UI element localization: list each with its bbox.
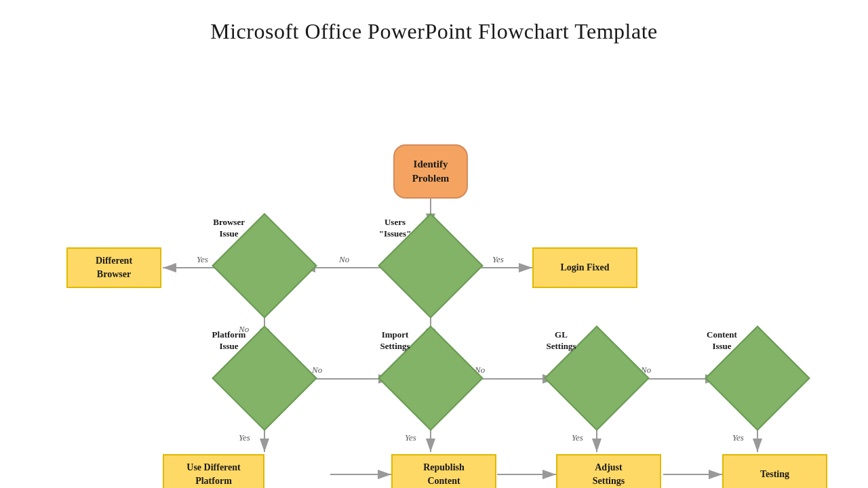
- svg-text:Yes: Yes: [492, 254, 504, 264]
- svg-text:Yes: Yes: [572, 432, 583, 443]
- republish-content-node: Republish Content: [391, 454, 496, 488]
- svg-text:No: No: [338, 254, 350, 264]
- identify-problem-node: Identify Problem: [393, 144, 468, 199]
- use-different-platform-node: Use Different Platform: [163, 454, 264, 488]
- login-fixed-node: Login Fixed: [532, 247, 637, 288]
- svg-text:Yes: Yes: [197, 254, 208, 264]
- testing-node: Testing: [722, 454, 827, 488]
- different-browser-node: Different Browser: [66, 247, 161, 288]
- svg-text:Yes: Yes: [239, 432, 250, 443]
- flowchart: Yes No Yes No Yes No Yes No Yes No Yes I…: [0, 51, 868, 488]
- page-title: Microsoft Office PowerPoint Flowchart Te…: [0, 0, 868, 51]
- svg-text:Yes: Yes: [405, 432, 416, 443]
- svg-text:Yes: Yes: [732, 432, 744, 443]
- adjust-settings-node: Adjust Settings: [556, 454, 661, 488]
